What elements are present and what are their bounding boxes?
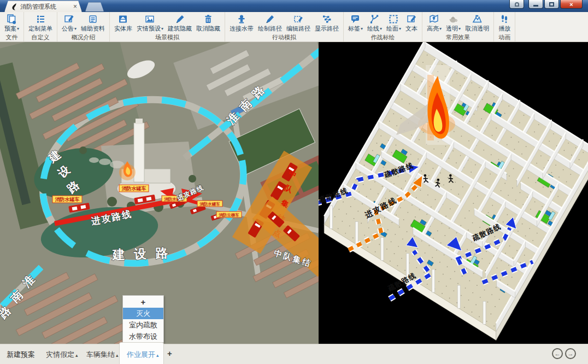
svg-text:消防水罐车: 消防水罐车	[122, 185, 146, 191]
minimize-button[interactable]	[528, 0, 543, 9]
ribbon-group-label: 动画	[497, 33, 512, 43]
document-tab-title: 消防管理系统	[20, 3, 73, 11]
app-flame-icon	[11, 3, 17, 10]
floorplan-structure	[324, 42, 588, 340]
water-truck-tag: 消防水罐车	[52, 196, 82, 203]
play-footsteps-icon	[499, 14, 510, 25]
highlight-map-icon	[428, 14, 440, 25]
tab-operation-deployment[interactable]: 作业展开▴	[127, 350, 159, 360]
announcement-edit-icon	[63, 14, 75, 25]
draw-area-dashed-icon	[388, 14, 399, 25]
user-icon	[515, 2, 519, 7]
add-tab-button[interactable]: +	[167, 349, 172, 358]
text-edit-icon	[406, 14, 418, 25]
tab-new-plan[interactable]: 新建预案	[7, 350, 35, 360]
arrow-left-icon: ←	[555, 350, 561, 357]
ribbon-group-label: 行动模拟	[228, 33, 340, 43]
transparent-teapot-icon	[448, 14, 459, 25]
maximize-button[interactable]	[544, 0, 559, 9]
tab-vehicle-assembly[interactable]: 车辆集结▴	[86, 350, 119, 360]
plan-button[interactable]: 预案▾	[3, 13, 21, 33]
cancel-transparent-mountain-icon	[472, 14, 483, 25]
ribbon-group-label: 常用效果	[425, 33, 491, 43]
minimize-icon	[533, 5, 538, 7]
ribbon-group-file: 预案▾ 文件	[0, 12, 24, 42]
edit-path-rect-icon	[293, 14, 304, 25]
chevron-down-icon: ▾	[399, 25, 401, 32]
svg-text:消防云梯车: 消防云梯车	[218, 213, 239, 218]
arrow-right-icon: →	[568, 350, 574, 357]
chevron-down-icon: ▾	[439, 25, 442, 32]
chevron-down-icon: ▾	[380, 25, 382, 32]
chevron-down-icon: ▾	[161, 25, 163, 32]
entity-library-button[interactable]: 实体库	[113, 13, 134, 33]
hose-layout-menu-item[interactable]: 水带布设	[123, 331, 163, 342]
tab-disaster-assumption[interactable]: 灾情假定▴	[46, 350, 78, 360]
announcement-button[interactable]: 公告▾	[60, 13, 78, 33]
water-truck-tag: 消防水罐车	[119, 185, 149, 192]
text-button[interactable]: 文本	[404, 13, 419, 33]
tab-close-icon[interactable]: ×	[73, 3, 77, 10]
cancel-transparent-button[interactable]: 取消透明	[463, 13, 491, 33]
unhide-button[interactable]: 取消隐藏	[195, 13, 222, 33]
custom-menu-button[interactable]: 定制菜单	[27, 13, 54, 33]
disaster-preset-button[interactable]: 灾情预设▾	[135, 13, 165, 33]
user-style-button[interactable]	[509, 0, 524, 9]
fire-management-app-window: 消防管理系统 × × 预案▾ 文件 定制菜单 自定义 公告▾ 辅助	[0, 0, 588, 364]
show-path-nodes-icon	[321, 14, 333, 25]
transparent-button[interactable]: 透明▾	[444, 13, 462, 33]
edit-path-button[interactable]: 编辑路径	[285, 13, 312, 33]
close-button[interactable]: ×	[560, 0, 583, 9]
draw-area-button[interactable]: 绘面▾	[385, 13, 403, 33]
indoor-evacuation-menu-item[interactable]: 室内疏散	[123, 319, 163, 331]
ribbon-group-common-effects: 高亮▾ 透明▾ 取消透明 常用效果	[422, 12, 494, 42]
ribbon-group-action-simulation: 连接水带 绘制路径 编辑路径 显示路径 行动模拟	[225, 12, 344, 42]
show-path-button[interactable]: 显示路径	[313, 13, 340, 33]
custom-menu-list-icon	[35, 14, 46, 25]
add-action-menu-item[interactable]: +	[123, 296, 163, 308]
ribbon-group-label: 文件	[3, 33, 21, 43]
close-icon: ×	[569, 1, 573, 8]
campus-aerial-map-view[interactable]: 淮南路 淮南路 建设路 建 设 路 中队集结点	[0, 42, 319, 344]
label-button[interactable]: 标签▾	[346, 13, 364, 33]
chevron-down-icon: ▾	[74, 25, 77, 32]
chevron-down-icon: ▾	[17, 25, 19, 32]
reference-material-button[interactable]: 辅助资料	[79, 13, 107, 33]
water-truck-tag: 消防水罐车	[197, 201, 222, 207]
highlight-button[interactable]: 高亮▾	[425, 13, 443, 33]
nav-forward-button[interactable]: →	[565, 348, 576, 359]
window-controls: ×	[509, 0, 583, 9]
chevron-down-icon: ▾	[361, 25, 363, 32]
hide-building-button[interactable]: 建筑隐藏	[166, 13, 193, 33]
ribbon-group-overview: 公告▾ 辅助资料 概况介绍	[57, 12, 110, 42]
building-floorplan-3d-view[interactable]: 疏散路线 疏散路线 疏散路线 疏散路线 进攻路线	[319, 42, 588, 344]
ribbon-group-label: 作战标绘	[346, 33, 419, 43]
new-tab-button[interactable]	[85, 2, 104, 11]
chevron-up-icon: ▴	[156, 353, 159, 358]
document-tab[interactable]: 消防管理系统 ×	[4, 1, 82, 12]
draw-line-button[interactable]: 绘线▾	[366, 13, 384, 33]
nav-back-button[interactable]: ←	[552, 348, 563, 359]
svg-text:消防水罐车: 消防水罐车	[55, 196, 80, 202]
draw-path-pencil-icon	[264, 14, 276, 25]
ladder-truck-tag: 消防云梯车	[216, 212, 242, 218]
ribbon-group-animation: 播放 动画	[494, 12, 515, 42]
building-hide-pencil-icon	[174, 14, 186, 25]
connect-hose-button[interactable]: 连接水带	[228, 13, 255, 33]
chevron-up-icon: ▴	[116, 353, 119, 358]
entity-library-cabinet-icon	[117, 14, 129, 25]
ribbon: 预案▾ 文件 定制菜单 自定义 公告▾ 辅助资料 概况介绍 实体库 灾情预设▾ …	[0, 12, 588, 42]
draw-path-button[interactable]: 绘制路径	[256, 13, 284, 33]
plan-step-tab-bar: 新建预案 灾情假定▴ 车辆集结▴ 作业展开▴ + ← →	[0, 344, 588, 364]
disaster-preset-image-icon	[144, 14, 156, 25]
tag-bubble-icon	[350, 14, 361, 25]
play-button[interactable]: 播放	[497, 13, 512, 33]
ribbon-group-label: 场景模拟	[113, 33, 222, 43]
title-bar: 消防管理系统 × ×	[0, 0, 588, 12]
hose-hydrant-icon	[236, 14, 248, 25]
draw-line-branch-icon	[369, 14, 380, 25]
plan-document-icon	[6, 14, 17, 25]
unhide-trash-icon	[203, 14, 214, 25]
action-context-menu: + 灭火 室内疏散 水带布设	[122, 295, 164, 343]
extinguish-menu-item[interactable]: 灭火	[123, 308, 163, 319]
